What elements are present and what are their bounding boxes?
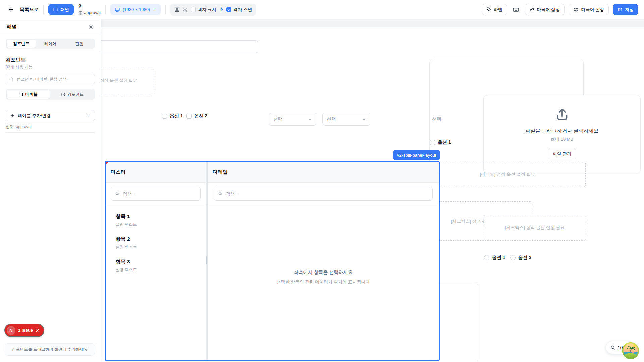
radio-label: 옵션 2 <box>518 255 532 261</box>
resolution-dropdown[interactable]: (644 × 362) <box>110 4 161 15</box>
add-table-button[interactable]: 테이블 추가/변경 <box>6 110 95 121</box>
panel-toggle-button[interactable]: 패널 <box>48 4 74 15</box>
checkbox-option-1[interactable]: 옵션 1 <box>162 113 183 119</box>
search-icon <box>115 191 120 196</box>
back-to-list-label[interactable]: 목록으로 <box>20 7 39 13</box>
grid-icon <box>174 7 180 12</box>
item-title: 항목 1 <box>116 213 196 220</box>
source-mode-switch: 테이블 컴포넌트 <box>6 89 95 100</box>
tab-components[interactable]: 컴포넌트 <box>7 40 36 48</box>
list-item[interactable]: 항목 3 설명 텍스트 <box>112 257 200 278</box>
monitor-icon <box>115 7 120 12</box>
split-panel-component[interactable]: 마스터 항목 1 설명 텍스트 항목 2 설명 텍스트 항목 3 설명 텍스트 <box>105 161 440 361</box>
detail-search-input[interactable] <box>225 191 428 197</box>
placeholder-radio[interactable]: [라디오] 정적 옵션 설정 필요 <box>429 162 586 187</box>
grid-snap-toggle[interactable]: 격자 스냅 <box>226 7 252 13</box>
sliders-icon <box>573 7 579 12</box>
components-count: 83개 사용 가능 <box>6 64 33 70</box>
i18n-generate-button[interactable]: 다국어 생성 <box>525 4 565 15</box>
chevron-down-icon <box>308 117 312 121</box>
back-button[interactable] <box>7 5 15 14</box>
issue-badge[interactable]: N 1 Issue <box>5 324 44 336</box>
select-placeholder: 선택 <box>327 116 336 122</box>
checkbox-icon[interactable] <box>186 114 192 119</box>
component-search-box[interactable] <box>6 74 95 84</box>
panel-sidebar: 패널 컴포넌트 레이어 편집 컴포넌트 83개 사용 가능 <box>0 19 101 362</box>
cube-icon <box>61 92 65 97</box>
drag-hint-text: 컴포넌트를 드래그하여 화면에 추가하세요 <box>12 347 88 352</box>
canvas-select-2[interactable]: 선택 <box>322 113 370 126</box>
island-icon <box>622 342 639 359</box>
screen-number: 2 <box>78 4 101 10</box>
canvas-text-input[interactable] <box>85 40 258 53</box>
radio-icon[interactable] <box>484 255 489 260</box>
i18n-settings-button[interactable]: 다국어 설정 <box>569 4 609 15</box>
detail-empty-title: 좌측에서 항목을 선택하세요 <box>208 269 439 276</box>
select-placeholder: 선택 <box>273 116 283 122</box>
checkbox-checked-icon[interactable] <box>226 7 231 12</box>
master-panel-header: 마스터 <box>106 162 206 183</box>
divider <box>165 5 166 14</box>
drag-hint-box: 컴포넌트를 드래그하여 화면에 추가하세요 <box>5 343 95 356</box>
item-title: 항목 3 <box>116 259 196 265</box>
table-chip: approval <box>78 10 101 15</box>
master-title: 마스터 <box>111 169 126 175</box>
keyboard-shortcuts-button[interactable] <box>511 5 521 14</box>
divider <box>105 5 106 14</box>
radio-option-2[interactable]: 옵션 2 <box>510 255 532 261</box>
container-checkbox-option[interactable]: 옵션 1 <box>430 139 451 145</box>
checkbox-icon[interactable] <box>162 114 167 119</box>
resolution-value: (644 × 362) <box>123 7 150 12</box>
selection-corner-handle[interactable] <box>106 162 109 165</box>
eye-off-icon <box>182 7 188 12</box>
arrow-left-icon <box>8 7 14 12</box>
item-desc: 설명 텍스트 <box>116 222 196 227</box>
detail-title: 디테일 <box>213 169 228 175</box>
label-button-text: 라벨 <box>494 7 502 13</box>
mode-component-button[interactable]: 컴포넌트 <box>51 90 94 99</box>
radio-icon[interactable] <box>510 255 516 260</box>
list-item[interactable]: 항목 2 설명 텍스트 <box>112 234 200 255</box>
list-item[interactable]: 항목 1 설명 텍스트 <box>112 211 200 232</box>
mode-table-button[interactable]: 테이블 <box>7 90 50 99</box>
upload-title: 파일을 드래그하거나 클릭하세요 <box>525 128 598 134</box>
grid-controls: 격자 표시 격자 스냅 <box>170 4 256 16</box>
save-button[interactable]: 저장 <box>613 4 638 15</box>
tag-icon <box>486 7 491 12</box>
placeholder-text: [라디오] 정적 옵션 설정 필요 <box>480 171 535 177</box>
magnifier-icon <box>610 345 615 350</box>
checkbox-icon[interactable] <box>191 7 196 12</box>
close-icon[interactable] <box>36 328 40 333</box>
placeholder-text: [체크박스] 정적 옵션 설정 필요 <box>505 225 565 231</box>
detail-panel-header: 디테일 <box>208 162 439 183</box>
master-search-row <box>106 183 206 204</box>
detail-search-row <box>208 183 439 204</box>
divider <box>6 132 95 133</box>
close-icon <box>89 25 93 29</box>
mode-component-label: 컴포넌트 <box>67 92 84 97</box>
database-icon <box>19 92 23 97</box>
panel-button-label: 패널 <box>60 7 69 13</box>
checkbox-icon[interactable] <box>430 140 435 145</box>
checkbox-label: 옵션 1 <box>170 113 183 119</box>
save-icon <box>618 7 623 12</box>
master-search-input[interactable] <box>122 191 196 197</box>
radio-option-1[interactable]: 옵션 1 <box>484 255 505 261</box>
tab-edit[interactable]: 편집 <box>65 40 94 48</box>
master-search-box[interactable] <box>111 187 201 201</box>
manage-files-button[interactable]: 파일 관리 <box>548 148 577 159</box>
label-button[interactable]: 라벨 <box>482 4 507 15</box>
checkbox-option-2[interactable]: 옵션 2 <box>186 113 208 119</box>
close-panel-button[interactable] <box>87 23 95 31</box>
component-search-input[interactable] <box>16 76 91 82</box>
tab-layers[interactable]: 레이어 <box>36 40 65 48</box>
island-sticker <box>622 342 639 359</box>
detail-search-box[interactable] <box>214 187 433 201</box>
top-toolbar: 목록으로 패널 2 <box>0 0 644 19</box>
canvas-select-1[interactable]: 선택 <box>269 113 316 126</box>
grid-show-toggle[interactable]: 격자 표시 <box>191 7 216 13</box>
search-icon <box>9 77 14 81</box>
badge-label: v2-split-panel-layout <box>397 153 436 158</box>
divider <box>0 34 101 34</box>
placeholder-checkbox-b[interactable]: [체크박스] 정적 옵션 설정 필요 <box>484 215 586 241</box>
